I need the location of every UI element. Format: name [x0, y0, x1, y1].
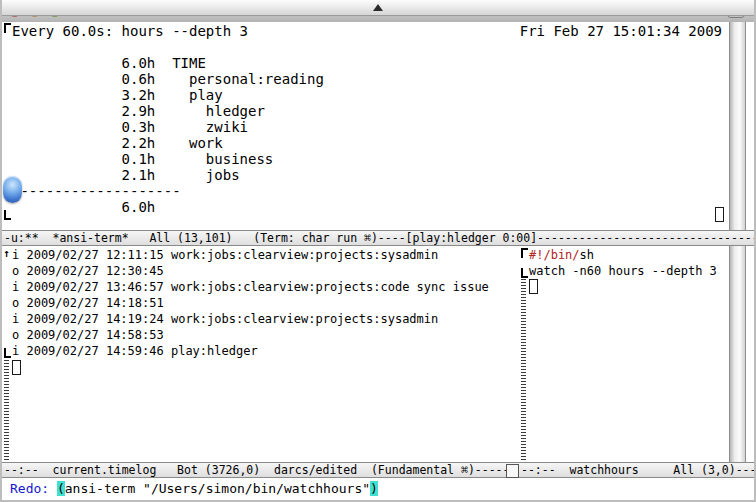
timelog-entry: o 2009/02/27 12:30:45 [12, 263, 489, 279]
scrollbar-thumb[interactable] [3, 176, 22, 203]
scroll-up-button[interactable] [2, 0, 754, 16]
term-line: 2.9h hledger [12, 103, 324, 119]
timelog-entry: i 2009/02/27 14:59:46 play:hledger [12, 343, 489, 359]
term-modeline[interactable]: -u:** *ansi-term* All (13,101) (Term: ch… [2, 230, 754, 246]
ansi-term-window[interactable]: Every 60.0s: hours --depth 3 6.0h TIME 0… [2, 22, 754, 230]
close-paren-highlight: ) [370, 481, 378, 496]
minibuffer-command-text: ansi-term "/Users/simon/bin/watchhours" [65, 481, 370, 496]
timelog-entry: i 2009/02/27 12:11:15 work:jobs:clearvie… [12, 247, 489, 263]
script-modeline[interactable]: --:-- watchhours All (3,0)-------------- [519, 462, 754, 478]
watch-clock-text: Fri Feb 27 15:01:34 2009 [520, 23, 722, 39]
empty-lines-stipple-icon [4, 360, 9, 460]
scroll-up-fringe-icon: ↑ [2, 248, 11, 260]
timelog-entry: o 2009/02/27 14:18:51 [12, 295, 489, 311]
term-line: 0.1h business [12, 151, 324, 167]
term-line: 0.3h zwiki [12, 119, 324, 135]
emacs-frame: *Minibuf-1* Every 60.0s: hours --depth 3… [0, 0, 756, 502]
term-line: 3.2h play [12, 87, 324, 103]
term-line [12, 39, 324, 55]
buffer-bottom-corner-icon [521, 268, 528, 278]
term-line: 2.1h jobs [12, 167, 324, 183]
scrollbar-corner-box [506, 464, 519, 478]
arrow-up-icon [373, 4, 383, 11]
buffer-top-corner-icon [4, 23, 11, 33]
script-hollow-cursor [529, 279, 538, 294]
term-line: 6.0h [12, 199, 324, 215]
term-line: -------------------- [12, 183, 324, 199]
timelog-buffer-text[interactable]: i 2009/02/27 12:11:15 work:jobs:clearvie… [12, 247, 489, 359]
open-paren-highlight: ( [57, 481, 65, 496]
term-scrollbar[interactable] [729, 22, 746, 230]
timelog-entry: i 2009/02/27 13:46:57 work:jobs:clearvie… [12, 279, 489, 295]
buffer-bottom-corner-icon [4, 348, 11, 358]
buffer-bottom-corner-icon [4, 210, 11, 220]
redo-prompt: Redo: [10, 481, 57, 496]
term-line: 0.6h personal:reading [12, 71, 324, 87]
script-window[interactable]: #!/bin/sh watch -n60 hours --depth 3 [519, 246, 754, 462]
shebang-red-text: #!/bin/ [529, 248, 580, 262]
term-hollow-cursor [715, 207, 724, 222]
timelog-entry: o 2009/02/27 14:58:53 [12, 327, 489, 343]
script-scrollbar[interactable] [729, 246, 746, 462]
term-line: 2.2h work [12, 135, 324, 151]
script-buffer-text[interactable]: #!/bin/sh watch -n60 hours --depth 3 [529, 247, 717, 279]
term-line: Every 60.0s: hours --depth 3 [12, 23, 324, 39]
timelog-hollow-cursor [12, 360, 21, 375]
shebang-line: #!/bin/sh [529, 247, 717, 263]
shebang-interpreter-text: sh [580, 248, 594, 262]
minibuffer[interactable]: Redo: (ansi-term "/Users/simon/bin/watch… [2, 478, 754, 502]
timelog-entry: i 2009/02/27 14:19:24 work:jobs:clearvie… [12, 311, 489, 327]
term-buffer-text[interactable]: Every 60.0s: hours --depth 3 6.0h TIME 0… [12, 23, 324, 215]
empty-lines-stipple-icon [521, 279, 526, 460]
timelog-window[interactable]: i 2009/02/27 12:11:15 work:jobs:clearvie… [2, 246, 496, 462]
minibuffer-text: Redo: (ansi-term "/Users/simon/bin/watch… [10, 481, 378, 497]
timelog-modeline[interactable]: --:-- current.timelog Bot (3726,0) darcs… [2, 462, 519, 478]
buffer-top-corner-icon [521, 248, 528, 258]
term-line: 6.0h TIME [12, 55, 324, 71]
script-command-line: watch -n60 hours --depth 3 [529, 263, 717, 279]
